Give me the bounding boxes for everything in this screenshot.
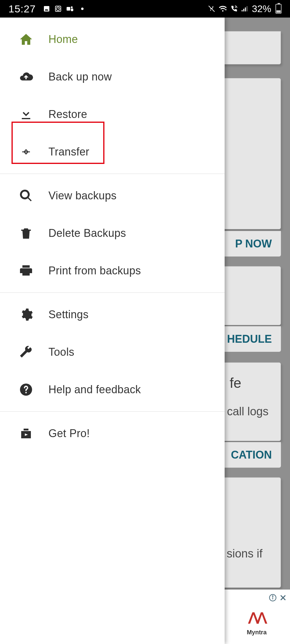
battery-percentage: 32% [252, 3, 271, 15]
bg-schedule-label: HEDULE [227, 333, 272, 345]
nav-item-tools[interactable]: Tools [0, 333, 225, 371]
bg-location-label: CATION [231, 449, 272, 461]
svg-rect-10 [246, 6, 247, 11]
vibrate-icon [208, 5, 216, 13]
status-right: 32% [208, 3, 282, 15]
image-icon [43, 5, 50, 12]
signal-icon [241, 5, 249, 12]
ad-close-icon[interactable] [279, 594, 287, 603]
nav-label-restore: Restore [48, 108, 87, 121]
more-notifications-dot [81, 8, 84, 10]
nav-item-help[interactable]: Help and feedback [0, 371, 225, 408]
drawer-section-pro: Get Pro! [0, 412, 225, 455]
drawer-section-settings: Settings Tools Help and feedback [0, 293, 225, 412]
svg-rect-4 [67, 7, 70, 11]
teams-icon [66, 5, 74, 12]
gear-icon [18, 307, 34, 322]
svg-rect-9 [245, 8, 246, 11]
nav-label-delete-backups: Delete Backups [48, 227, 126, 240]
svg-rect-7 [242, 10, 242, 11]
search-icon [18, 188, 34, 204]
print-icon [18, 263, 34, 279]
bg-backup-now-button[interactable]: P NOW [217, 231, 281, 257]
bg-card-backup [217, 78, 281, 229]
navigation-drawer: Home Back up now Restore Transfer Vie [0, 18, 225, 644]
nav-item-view-backups[interactable]: View backups [0, 177, 225, 214]
svg-point-5 [71, 6, 73, 8]
nav-item-print-backups[interactable]: Print from backups [0, 252, 225, 289]
bg-card-permissions: sions if [217, 477, 281, 588]
nav-label-get-pro: Get Pro! [48, 427, 90, 440]
svg-point-13 [272, 596, 273, 597]
bg-card-safe: fe call logs [217, 362, 281, 441]
nav-item-settings[interactable]: Settings [0, 296, 225, 333]
help-icon [18, 382, 34, 397]
nav-label-settings: Settings [48, 308, 88, 321]
bg-safe-title: fe [230, 375, 241, 391]
nav-label-print-backups: Print from backups [48, 264, 141, 277]
trash-icon [18, 225, 34, 241]
battery-icon [275, 4, 282, 14]
bg-permissions-text: sions if [227, 547, 262, 560]
download-icon [18, 106, 34, 122]
bg-location-button[interactable]: CATION [217, 442, 281, 468]
bg-calllogs-text: call logs [227, 405, 269, 418]
svg-point-17 [25, 392, 27, 394]
svg-rect-8 [243, 9, 244, 11]
nav-item-get-pro[interactable]: Get Pro! [0, 415, 225, 452]
cloud-upload-icon [18, 69, 34, 85]
ad-info-icon[interactable] [269, 594, 277, 603]
drawer-section-primary: Home Back up now Restore Transfer [0, 18, 225, 174]
clock-app-icon [54, 5, 62, 12]
nav-item-backup-now[interactable]: Back up now [0, 58, 225, 96]
volte-call-icon [230, 5, 238, 13]
drawer-section-backups: View backups Delete Backups Print from b… [0, 174, 225, 293]
status-time: 15:27 [8, 3, 36, 15]
nav-item-restore[interactable]: Restore [0, 96, 225, 133]
bg-schedule-button[interactable]: HEDULE [217, 326, 281, 352]
nav-label-transfer: Transfer [48, 145, 89, 158]
ad-brand: Myntra [247, 629, 267, 636]
nav-label-view-backups: View backups [48, 189, 117, 202]
wrench-icon [18, 344, 34, 360]
shop-icon [18, 426, 34, 441]
svg-rect-6 [71, 8, 73, 11]
nav-label-tools: Tools [48, 346, 74, 358]
nav-label-backup-now: Back up now [48, 70, 112, 83]
svg-rect-0 [44, 6, 49, 11]
transfer-icon [18, 144, 34, 160]
bg-card-schedule [217, 266, 281, 325]
ad-logo: ᐱᐱ Myntra [247, 610, 267, 636]
status-left: 15:27 [8, 3, 84, 15]
ad-logo-glyph: ᐱᐱ [248, 610, 265, 627]
nav-item-home[interactable]: Home [0, 21, 225, 58]
bg-card-top [217, 31, 281, 64]
nav-label-help: Help and feedback [48, 383, 141, 396]
bg-backup-now-label: P NOW [235, 237, 272, 250]
wifi-icon [219, 5, 227, 12]
nav-item-transfer[interactable]: Transfer [0, 133, 225, 171]
nav-item-delete-backups[interactable]: Delete Backups [0, 214, 225, 252]
ad-banner[interactable]: ᐱᐱ Myntra [223, 590, 290, 644]
nav-label-home: Home [48, 33, 78, 46]
status-bar: 15:27 32% [0, 0, 290, 18]
home-icon [18, 31, 34, 47]
